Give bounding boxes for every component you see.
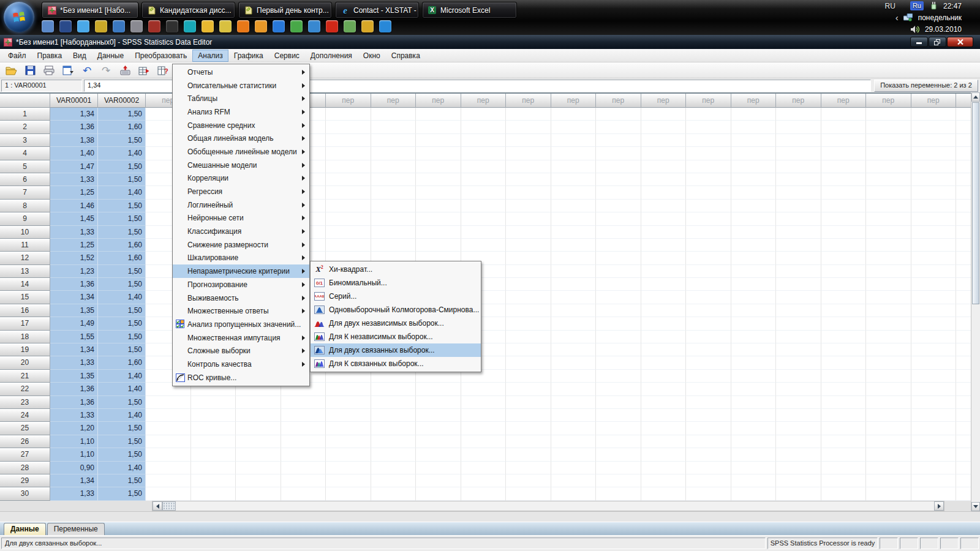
- grid-cell-empty[interactable]: [731, 186, 777, 199]
- grid-cell-empty[interactable]: [731, 291, 777, 304]
- grid-cell-selected[interactable]: 1,46: [50, 200, 98, 212]
- grid-cell-selected[interactable]: 1,50: [98, 265, 146, 278]
- grid-cell-empty[interactable]: [506, 487, 551, 500]
- tab-data-view[interactable]: Данные: [4, 523, 46, 535]
- grid-cell-selected[interactable]: 1,50: [98, 200, 146, 212]
- row-header[interactable]: 19: [0, 343, 50, 356]
- row-header[interactable]: 28: [0, 462, 50, 474]
- grid-cell-empty[interactable]: [776, 356, 821, 369]
- grid-cell-empty[interactable]: [371, 200, 417, 212]
- grid-cell-empty[interactable]: [731, 396, 777, 409]
- analysis-menu-item[interactable]: Снижение размерности: [173, 238, 309, 252]
- grid-cell-empty[interactable]: [596, 474, 641, 487]
- grid-cell-empty[interactable]: [731, 200, 777, 212]
- grid-cell-empty[interactable]: [506, 304, 551, 317]
- grid-cell-selected[interactable]: 1,33: [50, 173, 98, 186]
- grid-cell-empty[interactable]: [866, 291, 911, 304]
- grid-cell-empty[interactable]: [326, 200, 371, 212]
- grid-cell-empty[interactable]: [866, 186, 911, 199]
- grid-cell-empty[interactable]: [461, 383, 507, 395]
- menubar-item[interactable]: Окно: [358, 50, 386, 62]
- grid-cell-empty[interactable]: [956, 370, 971, 383]
- grid-cell-empty[interactable]: [956, 226, 971, 239]
- language-indicator[interactable]: Ru: [910, 1, 924, 10]
- grid-cell-selected[interactable]: 1,40: [98, 409, 146, 422]
- grid-cell-empty[interactable]: [821, 435, 867, 448]
- grid-cell-empty[interactable]: [506, 331, 551, 343]
- network-icon[interactable]: [903, 13, 913, 22]
- grid-cell-empty[interactable]: [371, 487, 417, 500]
- grid-cell-empty[interactable]: [461, 147, 507, 160]
- open-file-icon[interactable]: [4, 64, 18, 77]
- grid-cell-empty[interactable]: [461, 435, 507, 448]
- grid-cell-selected[interactable]: 1,52: [50, 252, 98, 264]
- menubar-item[interactable]: Преобразовать: [129, 50, 192, 62]
- grid-cell-empty[interactable]: [731, 226, 777, 239]
- grid-cell-empty[interactable]: [461, 160, 507, 173]
- analysis-menu-item[interactable]: Корреляции: [173, 172, 309, 186]
- grid-cell-empty[interactable]: [866, 474, 911, 487]
- undo-icon[interactable]: ↶: [80, 64, 94, 77]
- grid-cell-empty[interactable]: [686, 226, 731, 239]
- grid-cell-empty[interactable]: [596, 121, 641, 133]
- grid-cell-empty[interactable]: [461, 200, 507, 212]
- grid-cell-empty[interactable]: [146, 435, 191, 448]
- grid-cell-empty[interactable]: [731, 343, 777, 356]
- grid-cell-empty[interactable]: [821, 173, 867, 186]
- row-header[interactable]: 7: [0, 186, 50, 199]
- grid-cell-empty[interactable]: [911, 317, 957, 330]
- grid-cell-empty[interactable]: [146, 409, 191, 422]
- quick-launch-app-icon[interactable]: [344, 20, 356, 32]
- grid-cell-empty[interactable]: [326, 487, 371, 500]
- grid-cell-empty[interactable]: [776, 252, 821, 264]
- grid-cell-empty[interactable]: [821, 160, 867, 173]
- grid-cell-empty[interactable]: [236, 422, 281, 435]
- row-header[interactable]: 15: [0, 291, 50, 304]
- row-header[interactable]: 25: [0, 422, 50, 435]
- quick-launch-app-icon[interactable]: [184, 20, 196, 32]
- grid-cell-empty[interactable]: [776, 343, 821, 356]
- grid-cell-empty[interactable]: [641, 226, 687, 239]
- grid-cell-empty[interactable]: [416, 462, 461, 474]
- grid-cell-empty[interactable]: [731, 317, 777, 330]
- grid-cell-empty[interactable]: [641, 212, 687, 225]
- grid-cell-selected[interactable]: 1,35: [50, 304, 98, 317]
- grid-cell-empty[interactable]: [506, 317, 551, 330]
- grid-cell-empty[interactable]: [866, 252, 911, 264]
- grid-cell-empty[interactable]: [416, 134, 461, 147]
- grid-cell-empty[interactable]: [866, 212, 911, 225]
- show-variables-button[interactable]: Показать переменные: 2 из 2: [874, 80, 978, 92]
- grid-cell-empty[interactable]: [281, 435, 326, 448]
- grid-cell-empty[interactable]: [551, 383, 597, 395]
- grid-cell-empty[interactable]: [866, 343, 911, 356]
- grid-cell-empty[interactable]: [371, 239, 417, 252]
- grid-cell-selected[interactable]: 1,45: [50, 212, 98, 225]
- grid-cell-empty[interactable]: [776, 448, 821, 461]
- grid-cell-empty[interactable]: [416, 121, 461, 133]
- grid-cell-selected[interactable]: 1,36: [50, 383, 98, 395]
- grid-cell-selected[interactable]: 1,60: [98, 239, 146, 252]
- grid-cell-empty[interactable]: [686, 252, 731, 264]
- grid-cell-empty[interactable]: [911, 383, 957, 395]
- grid-cell-empty[interactable]: [686, 487, 731, 500]
- grid-cell-empty[interactable]: [686, 462, 731, 474]
- grid-cell-selected[interactable]: 1,40: [98, 147, 146, 160]
- grid-cell-empty[interactable]: [461, 134, 507, 147]
- grid-cell-empty[interactable]: [731, 239, 777, 252]
- grid-cell-selected[interactable]: 1,50: [98, 160, 146, 173]
- grid-cell-empty[interactable]: [326, 474, 371, 487]
- grid-cell-selected[interactable]: 1,25: [50, 186, 98, 199]
- grid-cell-empty[interactable]: [146, 474, 191, 487]
- grid-cell-empty[interactable]: [641, 252, 687, 264]
- grid-cell-empty[interactable]: [236, 487, 281, 500]
- grid-cell-empty[interactable]: [686, 239, 731, 252]
- grid-cell-empty[interactable]: [641, 239, 687, 252]
- row-header[interactable]: 1: [0, 108, 50, 121]
- grid-cell-empty[interactable]: [686, 265, 731, 278]
- grid-cell-empty[interactable]: [551, 487, 597, 500]
- grid-cell-empty[interactable]: [686, 370, 731, 383]
- grid-cell-empty[interactable]: [596, 186, 641, 199]
- grid-cell-empty[interactable]: [731, 173, 777, 186]
- grid-cell-empty[interactable]: [686, 212, 731, 225]
- grid-cell-empty[interactable]: [551, 108, 597, 121]
